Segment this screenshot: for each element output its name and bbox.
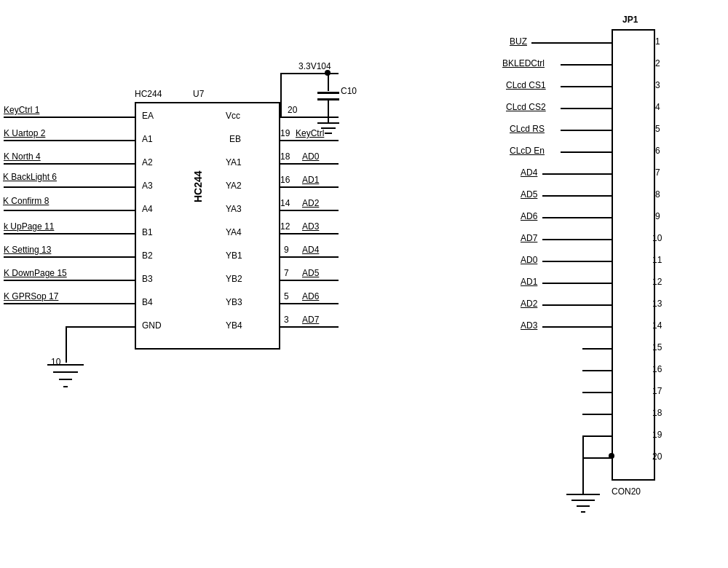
pin-b3: B3 [142, 274, 153, 284]
num-9: 9 [284, 245, 289, 255]
line-vcc-v [280, 73, 282, 118]
con-sig-ad0: AD0 [521, 255, 537, 265]
pin-yb4: YB4 [226, 320, 242, 331]
con-line-2 [561, 64, 612, 66]
sig-north: K North 4 [4, 151, 41, 162]
con-num-8: 8 [655, 189, 660, 200]
con-line-11 [542, 261, 612, 262]
pin-yb3: YB3 [226, 297, 242, 307]
con-line-13 [542, 304, 612, 306]
num-16: 16 [280, 175, 290, 185]
line-pin19 [280, 140, 339, 141]
pin-ya1: YA1 [226, 157, 242, 167]
pin-b1: B1 [142, 227, 153, 237]
gnd-line3 [59, 379, 72, 380]
con-num-11: 11 [652, 255, 662, 265]
con-line-6 [561, 151, 612, 153]
con-gnd3 [577, 505, 590, 507]
line-setting [4, 256, 135, 258]
cap-plate1 [317, 92, 339, 94]
pin-yb2: YB2 [226, 274, 242, 284]
num-5: 5 [284, 291, 289, 301]
con-num-7: 7 [655, 167, 660, 178]
con-line-19 [582, 435, 612, 437]
ic-center-label: HC244 [192, 170, 204, 202]
line-pin12 [280, 233, 339, 234]
con-line-16 [582, 370, 612, 371]
line-gnd-h [66, 326, 135, 328]
con-num-15: 15 [652, 342, 662, 352]
line-backlight [4, 186, 135, 188]
con-num-5: 5 [655, 124, 660, 134]
line-pin14 [280, 210, 339, 211]
line-north [4, 163, 135, 165]
con-num-10: 10 [652, 233, 662, 243]
line-uppage [4, 233, 135, 234]
pin-ya4: YA4 [226, 227, 242, 237]
num-14: 14 [280, 198, 290, 208]
con-sig-ad1: AD1 [521, 277, 537, 287]
pin-a2: A2 [142, 157, 153, 167]
sig-ad2-r: AD2 [302, 198, 319, 208]
ic-ref: U7 [193, 89, 204, 99]
line-pin7 [280, 280, 339, 281]
pin-ya2: YA2 [226, 181, 242, 191]
con-num-20: 20 [652, 451, 662, 462]
con-num-3: 3 [655, 80, 660, 90]
gnd-line2 [53, 371, 78, 373]
gnd-line4 [63, 386, 68, 387]
pin-yb1: YB1 [226, 251, 242, 261]
con-num-9: 9 [655, 211, 660, 221]
con-line-7 [542, 173, 612, 175]
sig-backlight: K BackLight 6 [3, 172, 57, 182]
con-line-17 [582, 392, 612, 393]
con-num-13: 13 [652, 299, 662, 309]
con-sig-rs: CLcd RS [510, 124, 545, 134]
sig-ad6-r: AD6 [302, 291, 319, 301]
con-num-19: 19 [652, 430, 662, 440]
con-num-6: 6 [655, 146, 660, 156]
sig-keyctr: KeyCtrl 1 [4, 105, 39, 115]
con-line-5 [561, 130, 612, 131]
ic-name: HC244 [135, 89, 162, 99]
pin-ya3: YA3 [226, 204, 242, 214]
con-sig-ad6: AD6 [521, 211, 537, 221]
cap-ref: C10 [341, 86, 357, 96]
con-num-4: 4 [655, 102, 660, 112]
con-num-12: 12 [652, 277, 662, 287]
pin-a3: A3 [142, 181, 153, 191]
pin-ea: EA [142, 111, 154, 121]
con-gnd1 [566, 494, 600, 495]
gnd-line1 [47, 364, 84, 366]
line-gprsop [4, 303, 135, 304]
con-v-19-20 [582, 435, 584, 457]
line-pin20 [280, 117, 339, 118]
connector-box [612, 29, 655, 481]
sig-ad5-r: AD5 [302, 268, 319, 278]
pin-eb: EB [229, 134, 241, 144]
con-num-16: 16 [652, 364, 662, 374]
con-sig-ad5: AD5 [521, 189, 537, 200]
line-pin16 [280, 186, 339, 188]
con-line-10 [542, 239, 612, 240]
cap-v2 [328, 100, 329, 122]
num-19: 19 [280, 128, 290, 138]
line-pin18 [280, 163, 339, 165]
num-7: 7 [284, 268, 289, 278]
num-20: 20 [288, 105, 297, 115]
line-pin3 [280, 326, 339, 328]
con-sig-buz: BUZ [510, 36, 527, 47]
num-3: 3 [284, 315, 289, 325]
con-sig-bkled: BKLEDCtrl [502, 58, 545, 68]
con-num-17: 17 [652, 386, 662, 396]
con-num-18: 18 [652, 408, 662, 418]
con-line-4 [561, 108, 612, 109]
sig-setting: K Setting 13 [4, 245, 51, 255]
con-line-12 [542, 283, 612, 284]
line-gnd-v [66, 326, 67, 363]
con-sig-cs2: CLcd CS2 [506, 102, 546, 112]
con-sig-cs1: CLcd CS1 [506, 80, 546, 90]
junction-dot-supply [325, 70, 331, 76]
con-line-1 [531, 42, 612, 44]
sig-ad7-r: AD7 [302, 315, 319, 325]
